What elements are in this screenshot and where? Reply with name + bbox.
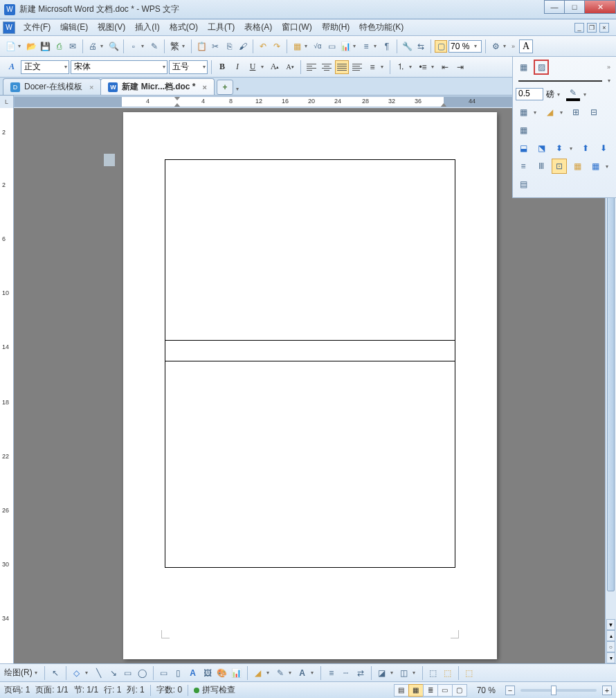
textbox-icon[interactable]: ▭ (158, 667, 170, 679)
vertical-textbox-icon[interactable]: ▯ (172, 667, 185, 679)
shading-icon[interactable]: ◢ (542, 105, 557, 120)
drawing-menu[interactable]: 绘图(R) (4, 667, 33, 679)
align-group-icon[interactable]: ⬚ (427, 667, 440, 679)
dropdown-icon[interactable]: ▾ (374, 43, 379, 49)
dropdown-icon[interactable]: ▾ (182, 43, 188, 49)
textbox-icon[interactable]: ▭ (325, 40, 338, 53)
dropdown-icon[interactable]: ▾ (236, 86, 242, 92)
arrow-icon[interactable]: ↘ (107, 667, 120, 679)
view-page-button[interactable]: ▤ (394, 684, 409, 697)
distribute-rows-icon[interactable]: ≡ (516, 159, 531, 174)
export-pdf-icon[interactable]: ⎙ (53, 40, 65, 53)
scroll-down-button[interactable]: ▼ (606, 619, 615, 630)
zoom-in-button[interactable]: + (602, 686, 612, 695)
close-button[interactable]: ✕ (584, 0, 616, 14)
bold-button[interactable]: B (215, 60, 229, 74)
dropdown-icon[interactable]: ▾ (141, 43, 147, 49)
dropdown-icon[interactable]: ▾ (413, 670, 418, 676)
dropdown-icon[interactable]: ▾ (608, 78, 613, 84)
equation-editor-icon[interactable]: ⬚ (442, 667, 454, 679)
line-icon[interactable]: ╲ (93, 667, 105, 679)
insert-table-icon[interactable]: ⊞ (568, 105, 583, 120)
all-borders-icon[interactable]: ▦ (516, 123, 531, 138)
chart-icon[interactable]: 📊 (339, 40, 352, 53)
cut-icon[interactable]: ✂ (209, 40, 221, 53)
menu-file[interactable]: 文件(F) (19, 20, 55, 35)
bullet-list-button[interactable]: •≡ (416, 60, 430, 74)
align-justify-button[interactable] (335, 60, 349, 74)
rectangle-icon[interactable]: ▭ (122, 667, 134, 679)
font-size-combo[interactable]: 五号▾ (169, 60, 208, 74)
dropdown-icon[interactable]: ▾ (409, 64, 415, 70)
blank-doc-icon[interactable]: ▫ (127, 40, 140, 53)
mail-icon[interactable]: ✉ (66, 40, 79, 53)
shrink-font-button[interactable]: A▾ (283, 60, 297, 74)
dash-style-icon[interactable]: ┄ (340, 667, 352, 679)
dropdown-icon[interactable]: ▾ (100, 43, 106, 49)
oval-icon[interactable]: ◯ (136, 667, 149, 679)
word-count-field[interactable]: 字数: 0 (156, 684, 182, 696)
paste-icon[interactable]: 📋 (195, 40, 208, 53)
dropdown-icon[interactable]: ▾ (431, 64, 437, 70)
document-table[interactable] (165, 159, 455, 568)
dropdown-icon[interactable]: ▾ (261, 64, 266, 70)
close-tab-icon[interactable]: × (202, 83, 206, 91)
dropdown-icon[interactable]: ▾ (583, 91, 589, 98)
line-spacing-button[interactable]: ≡ (365, 60, 379, 74)
dropdown-icon[interactable]: ▾ (266, 670, 272, 676)
italic-button[interactable]: I (230, 60, 244, 74)
equation-icon[interactable]: √α (311, 40, 324, 53)
spellcheck-status[interactable]: 拼写检查 (194, 684, 235, 696)
menu-format[interactable]: 格式(O) (165, 20, 202, 35)
align-distribute-button[interactable] (350, 60, 364, 74)
dropdown-icon[interactable]: ▾ (35, 670, 40, 676)
zoom-combo[interactable]: 70 %▾ (449, 40, 482, 53)
autofit-icon[interactable]: ⊡ (552, 159, 567, 174)
eraser-icon[interactable]: ▨ (534, 60, 549, 75)
increase-indent-button[interactable]: ⇥ (453, 60, 467, 74)
undo-icon[interactable]: ↶ (257, 40, 269, 53)
ungroup-icon[interactable]: ⬚ (463, 667, 475, 679)
menu-window[interactable]: 窗口(W) (278, 20, 316, 35)
chart-icon[interactable]: 📊 (230, 667, 243, 679)
mdi-minimize-button[interactable]: _ (574, 23, 584, 33)
select-arrow-icon[interactable]: ↖ (49, 667, 62, 679)
overflow-chevron-icon[interactable]: » (607, 64, 613, 71)
zoom-slider[interactable] (520, 689, 597, 692)
dropdown-icon[interactable]: ▾ (18, 43, 24, 49)
shadow-icon[interactable]: ◪ (376, 667, 388, 679)
merge-cells-icon[interactable]: ⬓ (516, 141, 531, 156)
print-icon[interactable]: 🖨 (87, 40, 99, 53)
menu-insert[interactable]: 插入(I) (131, 20, 163, 35)
grow-font-button[interactable]: A▴ (268, 60, 282, 74)
show-marks-icon[interactable]: ¶ (381, 40, 393, 53)
new-icon[interactable]: 📄 (4, 40, 17, 53)
dropdown-icon[interactable]: ▾ (503, 43, 509, 49)
font-color-icon[interactable]: A (296, 667, 309, 679)
dropdown-icon[interactable]: ▾ (606, 163, 611, 170)
font-combo[interactable]: 宋体▾ (71, 60, 167, 74)
find-replace-icon[interactable]: 🔧 (401, 40, 413, 53)
line-width-combo[interactable]: 0.5 (516, 88, 543, 100)
dropdown-icon[interactable]: ▾ (85, 670, 91, 676)
fill-color-icon[interactable]: ◢ (252, 667, 264, 679)
print-preview-icon[interactable]: 🔍 (107, 40, 120, 53)
dropdown-icon[interactable]: ▾ (353, 43, 359, 49)
columns-icon[interactable]: ≡ (360, 40, 372, 53)
align-center-button[interactable] (320, 60, 334, 74)
mdi-close-button[interactable]: × (599, 23, 609, 33)
zoom-out-button[interactable]: − (505, 686, 515, 695)
dropdown-icon[interactable]: ▾ (570, 145, 575, 152)
table-style-icon[interactable]: ▦ (570, 159, 585, 174)
redo-icon[interactable]: ↷ (271, 40, 283, 53)
autoshapes-icon[interactable]: ◇ (71, 667, 83, 679)
tab-document[interactable]: W 新建 Micr...档.doc * × (100, 78, 214, 95)
styles-icon[interactable]: A (4, 60, 19, 74)
table-properties-icon[interactable]: ▤ (516, 177, 531, 192)
dropdown-icon[interactable]: ▾ (305, 43, 310, 49)
settings-icon[interactable]: ⚙ (489, 40, 502, 53)
vertical-ruler[interactable]: 2 2 6 10 14 18 22 26 30 34 (0, 108, 14, 663)
first-line-indent-marker[interactable] (174, 96, 181, 100)
menu-edit[interactable]: 编辑(E) (56, 20, 92, 35)
view-outline-button[interactable]: ≣ (423, 684, 438, 697)
